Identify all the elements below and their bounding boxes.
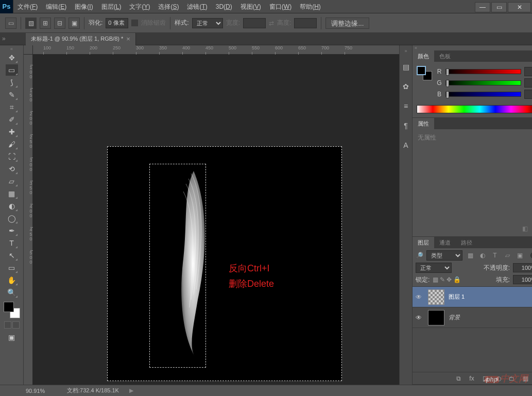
eraser-tool[interactable]: ▱	[6, 176, 18, 187]
new-selection-icon[interactable]: ▧	[25, 18, 37, 29]
character-panel-icon[interactable]: ✿	[400, 80, 412, 93]
r-slider[interactable]	[445, 69, 521, 74]
path-select-tool[interactable]: ↖	[6, 250, 18, 261]
filter-smart-icon[interactable]: ▣	[515, 251, 524, 260]
glyph-panel-icon[interactable]: A	[400, 139, 412, 151]
menu-window[interactable]: 窗口(W)	[265, 0, 296, 13]
close-button[interactable]: ✕	[508, 2, 531, 12]
minimize-button[interactable]: —	[475, 2, 490, 12]
r-input[interactable]	[524, 67, 532, 76]
screen-mode-button[interactable]: ▣	[6, 332, 18, 343]
opacity-input[interactable]	[513, 263, 532, 272]
menu-type[interactable]: 文字(Y)	[125, 0, 154, 13]
menu-edit[interactable]: 编辑(E)	[42, 0, 71, 13]
menu-view[interactable]: 视图(V)	[236, 0, 265, 13]
pen-tool[interactable]: ✒	[6, 225, 18, 236]
canvas-area[interactable]: 1001502002503003504004505005506006507007…	[24, 45, 399, 385]
menu-image[interactable]: 图像(I)	[71, 0, 97, 13]
layer-filter-select[interactable]: 类型	[426, 250, 462, 261]
refine-edge-button[interactable]: 调整边缘...	[325, 18, 369, 29]
menu-select[interactable]: 选择(S)	[154, 0, 183, 13]
quick-select-tool[interactable]: ✎	[6, 89, 18, 100]
prop-clip-icon[interactable]: ◧	[520, 225, 529, 232]
foreground-color[interactable]	[4, 302, 14, 312]
blend-mode-select[interactable]: 正常	[416, 263, 452, 273]
layer-row[interactable]: 👁 图层 1	[413, 287, 532, 307]
hand-tool[interactable]: ✋	[6, 274, 18, 286]
screen-mode-icon[interactable]	[12, 321, 20, 329]
fill-input[interactable]	[513, 275, 532, 284]
history-brush-tool[interactable]: ⟲	[6, 163, 18, 175]
add-selection-icon[interactable]: ⊞	[40, 18, 51, 29]
height-input[interactable]	[294, 18, 317, 28]
history-panel-icon[interactable]: ▤	[400, 61, 412, 73]
toolbox-handle[interactable]: «	[2, 46, 22, 51]
menu-3d[interactable]: 3D(D)	[212, 0, 236, 13]
horizontal-ruler[interactable]: 1001502002503003504004505005506006507007…	[33, 45, 399, 55]
style-select[interactable]: 正常	[192, 18, 223, 28]
filter-adjust-icon[interactable]: ◐	[478, 251, 487, 260]
dock-handle[interactable]: »	[404, 48, 407, 54]
type-tool[interactable]: T	[6, 237, 18, 249]
tab-properties[interactable]: 属性	[413, 118, 434, 129]
vertical-ruler[interactable]: 100150200250300350400450500	[24, 55, 33, 385]
lock-position-icon[interactable]: ✥	[447, 276, 452, 283]
shape-tool[interactable]: ▭	[6, 262, 18, 273]
maximize-button[interactable]: ▭	[491, 2, 507, 12]
menu-filter[interactable]: 滤镜(T)	[183, 0, 211, 13]
tab-color[interactable]: 颜色	[413, 50, 434, 62]
eyedropper-tool[interactable]: ✐	[6, 114, 18, 125]
document-tab[interactable]: 未标题-1 @ 90.9% (图层 1, RGB/8) * ×	[26, 33, 136, 45]
filter-image-icon[interactable]: ▦	[466, 251, 475, 260]
menu-layer[interactable]: 图层(L)	[97, 0, 126, 13]
stamp-tool[interactable]: ⛶	[6, 151, 18, 162]
layer-name[interactable]: 背景	[449, 314, 460, 321]
feather-input[interactable]	[106, 18, 128, 28]
panel-collapse-handle[interactable]: «	[413, 45, 532, 50]
marquee-tool[interactable]: ▭	[6, 64, 18, 76]
gradient-tool[interactable]: ▦	[6, 188, 18, 199]
filter-type-icon[interactable]: T	[490, 251, 500, 260]
brush-tool[interactable]: 🖌	[6, 139, 18, 150]
layer-thumbnail[interactable]	[428, 310, 444, 325]
antialias-checkbox[interactable]	[131, 20, 138, 26]
tab-layers[interactable]: 图层	[413, 237, 434, 248]
color-ramp[interactable]	[417, 105, 532, 113]
blur-tool[interactable]: ◐	[6, 200, 18, 212]
layer-fx-icon[interactable]: fx	[468, 375, 476, 382]
layer-thumbnail[interactable]	[428, 289, 444, 305]
tab-channels[interactable]: 通道	[434, 237, 456, 248]
color-wells[interactable]	[4, 302, 20, 318]
lock-transparent-icon[interactable]: ▦	[433, 276, 438, 283]
dodge-tool[interactable]: ◯	[6, 213, 18, 224]
visibility-icon[interactable]: 👁	[416, 314, 424, 321]
quick-mask-icon[interactable]	[4, 321, 11, 329]
lock-all-icon[interactable]: 🔒	[453, 276, 461, 283]
menu-file[interactable]: 文件(F)	[13, 0, 42, 13]
tab-close-icon[interactable]: ×	[126, 35, 130, 43]
styles-panel-icon[interactable]: ¶	[400, 119, 412, 132]
heal-tool[interactable]: ✚	[6, 126, 18, 137]
ruler-origin[interactable]	[24, 45, 33, 55]
width-input[interactable]	[243, 18, 266, 28]
visibility-icon[interactable]: 👁	[416, 294, 424, 301]
layer-row[interactable]: 👁 背景 🔒	[413, 307, 532, 328]
layer-name[interactable]: 图层 1	[449, 293, 465, 301]
collapse-toggle-icon[interactable]: »	[2, 35, 9, 42]
crop-tool[interactable]: ⌗	[6, 101, 18, 113]
zoom-tool[interactable]: 🔍	[6, 287, 18, 298]
menu-help[interactable]: 帮助(H)	[296, 0, 325, 13]
move-tool[interactable]: ✥	[6, 52, 18, 63]
g-input[interactable]	[524, 78, 532, 88]
lock-paint-icon[interactable]: ✎	[440, 276, 445, 283]
subtract-selection-icon[interactable]: ⊟	[54, 18, 65, 29]
paragraph-panel-icon[interactable]: ≡	[400, 100, 412, 112]
g-slider[interactable]	[445, 80, 521, 85]
tab-swatches[interactable]: 色板	[434, 50, 456, 62]
link-layers-icon[interactable]: ⧉	[454, 375, 462, 382]
tab-paths[interactable]: 路径	[456, 237, 477, 248]
b-slider[interactable]	[445, 92, 521, 97]
filter-shape-icon[interactable]: ▱	[503, 251, 512, 260]
foreground-swatch[interactable]	[417, 66, 426, 75]
b-input[interactable]	[524, 90, 532, 99]
